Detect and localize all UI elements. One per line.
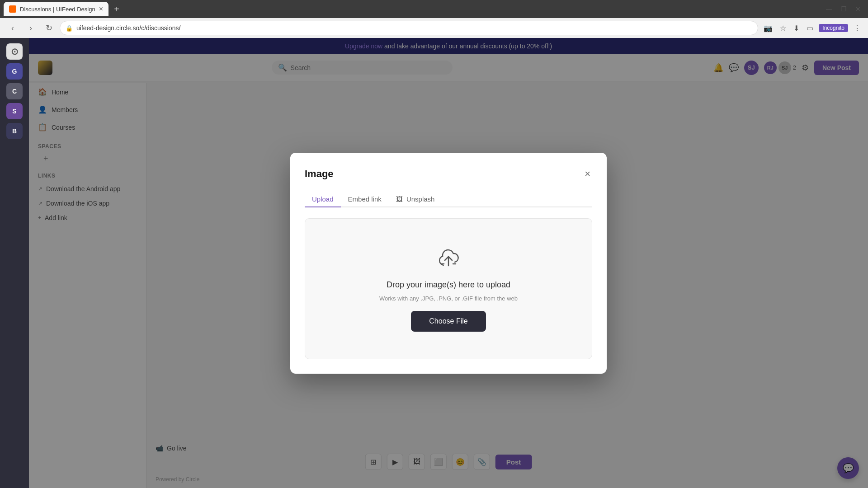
active-tab[interactable]: Discussions | UIFeed Design × [4, 2, 108, 16]
window-controls: — ❐ ✕ [823, 3, 864, 15]
browser-controls: ‹ › ↻ 🔒 uifeed-design.circle.so/c/discus… [0, 18, 868, 38]
modal-tabs: Upload Embed link 🖼 Unsplash [305, 192, 592, 207]
tab-embed-label: Embed link [348, 195, 382, 203]
browser-chrome: Discussions | UIFeed Design × + — ❐ ✕ ‹ … [0, 0, 868, 38]
tab-unsplash-label: Unsplash [406, 195, 435, 203]
sidebar-icon-g[interactable]: G [6, 63, 23, 80]
download-icon[interactable]: ⬇ [792, 22, 801, 34]
minimize-button[interactable]: — [823, 3, 835, 15]
new-tab-button[interactable]: + [110, 3, 123, 15]
tab-bar: Discussions | UIFeed Design × + — ❐ ✕ [0, 0, 868, 18]
browser-actions: 📷 ☆ ⬇ ▭ Incognito ⋮ [762, 22, 863, 34]
modal-close-button[interactable]: × [583, 167, 592, 181]
tab-close-button[interactable]: × [99, 5, 103, 13]
choose-file-button[interactable]: Choose File [411, 311, 486, 332]
incognito-badge[interactable]: Incognito [819, 24, 848, 32]
address-text: uifeed-design.circle.so/c/discussions/ [76, 24, 752, 32]
main-content: Upgrade now and take advantage of our an… [29, 38, 868, 488]
refresh-button[interactable]: ↻ [42, 21, 56, 35]
tab-upload-label: Upload [312, 195, 334, 203]
address-bar[interactable]: 🔒 uifeed-design.circle.so/c/discussions/ [60, 21, 758, 35]
modal-header: Image × [305, 167, 592, 181]
bookmark-icon[interactable]: ☆ [778, 22, 788, 34]
tab-favicon [9, 5, 16, 13]
tab-embed-link[interactable]: Embed link [341, 192, 389, 206]
device-icon[interactable]: ▭ [805, 22, 815, 34]
sidebar-icon-b[interactable]: B [6, 123, 23, 139]
sidebar-icons: ⊙ G C S B [0, 38, 29, 488]
sidebar-icon-circle[interactable]: ⊙ [6, 43, 23, 60]
page-background: ⊙ G C S B Upgrade now and take advantage… [0, 38, 868, 488]
forward-button[interactable]: › [24, 21, 38, 35]
modal-title: Image [305, 168, 334, 180]
modal-backdrop: Image × Upload Embed link 🖼 Unsplash [29, 38, 868, 488]
sidebar-icon-c[interactable]: C [6, 83, 23, 99]
image-modal: Image × Upload Embed link 🖼 Unsplash [290, 153, 607, 374]
tab-unsplash[interactable]: 🖼 Unsplash [389, 192, 442, 206]
tab-title: Discussions | UIFeed Design [20, 6, 95, 13]
lock-icon: 🔒 [66, 25, 73, 32]
cast-icon[interactable]: 📷 [762, 22, 774, 34]
menu-icon[interactable]: ⋮ [852, 22, 863, 34]
tab-unsplash-icon: 🖼 [396, 195, 403, 203]
upload-cloud-icon [434, 246, 463, 273]
upload-subtitle: Works with any .JPG, .PNG, or .GIF file … [379, 295, 518, 302]
upload-area: Drop your image(s) here to upload Works … [305, 218, 592, 359]
upload-title: Drop your image(s) here to upload [387, 280, 510, 290]
restore-button[interactable]: ❐ [837, 3, 850, 15]
close-window-button[interactable]: ✕ [852, 3, 864, 15]
tab-upload[interactable]: Upload [305, 192, 341, 206]
sidebar-icon-s[interactable]: S [6, 103, 23, 119]
back-button[interactable]: ‹ [5, 21, 20, 35]
